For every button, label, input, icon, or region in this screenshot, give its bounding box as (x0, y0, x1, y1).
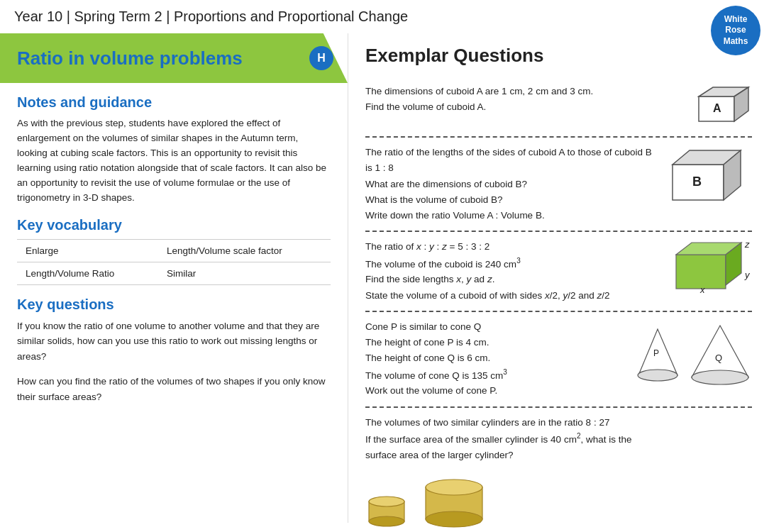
vocab-col1-0: Enlarge (17, 239, 158, 262)
question-block-3: The ratio of x : y : z = 5 : 3 : 2 The v… (365, 232, 752, 312)
question-block-4: Cone P is similar to cone Q The height o… (365, 312, 752, 408)
banner-title: Ratio in volume problems (17, 48, 243, 70)
svg-text:x: x (699, 284, 705, 295)
right-panel: Exemplar Questions The dimensions of cub… (348, 33, 769, 523)
logo-text: WhiteRoseMaths (724, 14, 748, 48)
notes-title: Notes and guidance (17, 94, 331, 111)
cone-q-svg: Q (688, 322, 752, 386)
table-row: Length/Volume Ratio Similar (17, 262, 331, 284)
q1-text: The dimensions of cuboid A are 1 cm, 2 c… (365, 84, 685, 116)
svg-point-22 (369, 497, 404, 506)
main-content: Ratio in volume problems H Notes and gui… (0, 33, 769, 523)
q1-image: A (692, 84, 752, 129)
green-banner: Ratio in volume problems H (0, 33, 348, 83)
question-block-1: The dimensions of cuboid A are 1 cm, 2 c… (365, 77, 752, 138)
and-text: and (578, 290, 594, 301)
svg-point-15 (638, 370, 677, 381)
svg-text:B: B (692, 174, 702, 189)
header-title: Year 10 | Spring Term 2 | Proportions an… (14, 9, 408, 25)
svg-text:Q: Q (715, 353, 722, 363)
small-cylinder-svg (365, 489, 408, 528)
vocab-col2-1: Similar (158, 262, 331, 284)
left-panel: Ratio in volume problems H Notes and gui… (0, 33, 348, 523)
notes-text: As with the previous step, students have… (17, 116, 331, 206)
vocab-table: Enlarge Length/Volume scale factor Lengt… (17, 239, 331, 285)
question-block-2: The ratio of the lengths of the sides of… (365, 138, 752, 232)
svg-point-18 (692, 370, 748, 384)
svg-point-25 (426, 480, 482, 495)
key-questions-title: Key questions (17, 297, 331, 313)
q2-text: The ratio of the lengths of the sides of… (365, 145, 660, 223)
cone-p-svg: P (635, 322, 681, 386)
exemplar-title: Exemplar Questions (365, 45, 752, 67)
key-question-1: If you know the ratio of one volume to a… (17, 318, 331, 365)
vocab-col2-0: Length/Volume scale factor (158, 239, 331, 262)
svg-point-21 (369, 516, 404, 526)
h-badge: H (309, 46, 333, 70)
key-question-2: How can you find the ratio of the volume… (17, 374, 331, 404)
q5-text: The volumes of two similar cylinders are… (365, 415, 752, 463)
cuboid-a-svg: A (692, 84, 752, 126)
large-cylinder-svg (422, 475, 486, 528)
q4-image: P Q (635, 322, 752, 386)
q4-text: Cone P is similar to cone Q The height o… (365, 319, 628, 399)
svg-text:A: A (713, 102, 721, 114)
left-content: Notes and guidance As with the previous … (0, 83, 348, 426)
header: Year 10 | Spring Term 2 | Proportions an… (0, 0, 769, 33)
cuboid-green-svg: z y x (670, 239, 752, 296)
svg-marker-17 (692, 326, 748, 377)
q3-text: The ratio of x : y : z = 5 : 3 : 2 The v… (365, 239, 663, 304)
question-block-5: The volumes of two similar cylinders are… (365, 408, 752, 532)
svg-rect-8 (676, 255, 726, 289)
svg-text:P: P (653, 348, 659, 358)
q2-image: B (667, 145, 752, 208)
logo: WhiteRoseMaths (711, 6, 760, 55)
vocab-col1-1: Length/Volume Ratio (17, 262, 158, 284)
table-row: Enlarge Length/Volume scale factor (17, 239, 331, 262)
svg-point-24 (426, 511, 482, 527)
vocab-title: Key vocabulary (17, 217, 331, 233)
svg-text:z: z (744, 239, 750, 250)
cuboid-b-svg: B (667, 145, 752, 205)
q3-image: z y x (670, 239, 752, 299)
q5-image (365, 475, 752, 528)
svg-text:y: y (744, 270, 751, 280)
